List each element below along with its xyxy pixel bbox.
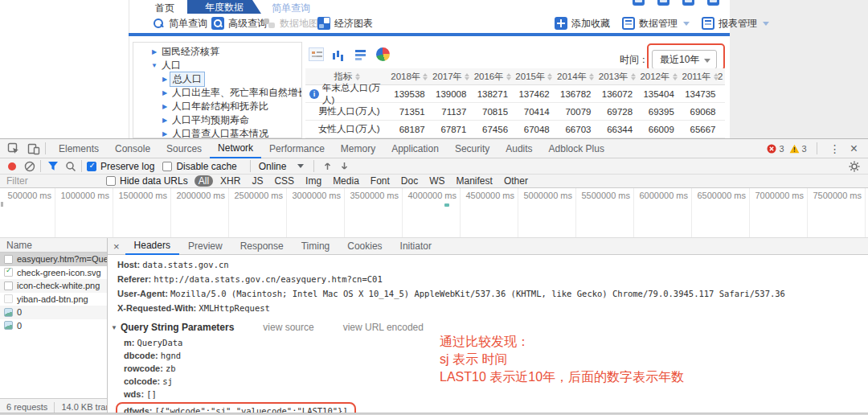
nav-tab-2[interactable]: 年度数据 [187,0,261,14]
preserve-log-checkbox[interactable] [87,162,96,171]
request-row[interactable]: icon-check-white.png [0,279,107,293]
filter-type-js[interactable]: JS [248,175,267,187]
request-row[interactable]: 0 [0,319,107,333]
share-icon[interactable] [707,0,719,6]
filter-type-ws[interactable]: WS [425,175,448,187]
toolbar-advanced-search-button[interactable]: 高级查询 [211,14,267,33]
network-overview-timeline[interactable]: 500000 ms1000000 ms1500000 ms2000000 ms2… [0,188,868,238]
column-header[interactable]: 2016年 [472,71,514,83]
disable-cache-checkbox[interactable] [162,162,172,171]
filter-type-css[interactable]: CSS [270,175,298,187]
import-har-icon[interactable] [322,161,333,171]
sidebar-item[interactable]: ▶人口普查人口基本情况 [133,127,301,138]
sidebar-item[interactable]: ▶人口年龄结构和抚养比 [133,100,301,113]
clear-icon[interactable] [24,161,35,172]
sidebar-item[interactable]: ▶国民经济核算 [133,45,301,59]
filter-input[interactable] [6,175,101,187]
time-range-dropdown[interactable]: 最近10年 [652,50,717,69]
devtools-tab-performance[interactable]: Performance [261,139,333,158]
filter-type-font[interactable]: Font [366,175,394,187]
sidebar-item[interactable]: ▶人口平均预期寿命 [133,113,301,127]
detail-tab-initiator[interactable]: Initiator [391,238,440,255]
filter-type-img[interactable]: Img [301,175,326,187]
table-row: i年末总人口(万人)139538139008138271137462136782… [305,85,725,103]
warning-badge[interactable]: 3 [789,144,807,154]
column-header[interactable]: 2011年 [680,71,722,83]
inspect-element-icon[interactable] [7,142,20,155]
toolbar-economic-chart-button[interactable]: 经济图表 [317,14,373,33]
sidebar-item[interactable]: ▶总人口 [133,72,301,86]
throttling-dropdown[interactable]: Online [259,161,305,172]
detail-tab-headers[interactable]: Headers [125,238,179,255]
toolbar-add-favorite-button[interactable]: 添加收藏 [555,14,610,33]
filter-type-manifest[interactable]: Manifest [452,175,497,187]
bar-chart-icon[interactable] [331,47,346,61]
search-icon[interactable] [65,161,76,172]
devtools-tab-network[interactable]: Network [210,139,261,158]
copy-icon[interactable] [657,0,669,6]
filter-icon[interactable] [47,161,59,171]
close-devtools-icon[interactable]: × [848,142,860,156]
column-header[interactable]: 2013年 [596,71,638,83]
devtools-tab-adblock-plus[interactable]: Adblock Plus [541,139,612,158]
settings-gear-icon[interactable] [849,161,860,175]
devtools-tab-application[interactable]: Application [383,139,447,158]
request-row[interactable]: 0 [0,306,107,319]
toolbar-search-button[interactable]: 简单查询 [153,14,207,33]
close-detail-icon[interactable]: × [108,240,125,253]
device-toolbar-icon[interactable] [27,142,40,155]
request-row[interactable]: easyquery.htm?m=Query... [0,253,107,266]
info-icon[interactable]: i [309,89,319,99]
filter-type-all[interactable]: All [194,175,213,187]
time-label: 时间： [620,53,649,67]
sidebar-item[interactable]: ▼人口 [133,59,301,72]
column-header[interactable]: 2015年 [514,71,555,83]
print-icon[interactable] [682,0,694,6]
filter-type-media[interactable]: Media [329,175,363,187]
value-cell: 65667 [680,125,722,134]
detail-tab-timing[interactable]: Timing [293,238,339,255]
devtools-tab-memory[interactable]: Memory [333,139,383,158]
devtools-tab-security[interactable]: Security [447,139,497,158]
query-string-title: Query String Parameters [121,322,234,333]
separator [313,160,314,172]
detail-tab-preview[interactable]: Preview [179,238,231,255]
column-header[interactable]: 2018年 [389,71,431,83]
request-row[interactable]: check-green-icon.svg [0,266,107,280]
filter-type-xhr[interactable]: XHR [216,175,244,187]
view-source-link[interactable]: view source [263,322,313,333]
timeline-tick-label: 3000000 ms [285,191,341,200]
triangle-down-icon[interactable]: ▼ [111,324,117,331]
devtools-tab-sources[interactable]: Sources [158,139,210,158]
toolbar-data-manage-button[interactable]: 数据管理 [622,14,690,33]
devtools-tab-console[interactable]: Console [107,139,158,158]
column-header[interactable]: 2014年 [555,71,597,83]
save-icon[interactable] [633,0,645,6]
export-har-icon[interactable] [339,161,350,171]
requests-name-header[interactable]: Name [0,238,107,253]
sidebar-item[interactable]: ▶人口出生率、死亡率和自然增长率 [133,86,301,100]
toolbar-item-label: 数据地图 [280,17,318,31]
error-badge[interactable]: 3 [767,144,784,154]
hbar-chart-icon[interactable] [354,47,369,61]
record-icon[interactable] [8,162,16,171]
filter-type-doc[interactable]: Doc [397,175,422,187]
view-url-encoded-link[interactable]: view URL encoded [343,322,424,333]
toolbar-report-manage-button[interactable]: 报表管理 [702,14,769,33]
detail-tab-cookies[interactable]: Cookies [338,238,391,255]
column-header[interactable]: 2017年 [431,71,473,83]
column-header[interactable]: 2012年 [638,71,680,83]
throttling-value: Online [259,161,287,172]
more-options-icon[interactable]: ⋮ [827,142,843,155]
header-line: Host: data.stats.gov.cn [108,257,868,272]
devtools-tab-elements[interactable]: Elements [51,139,107,158]
pie-chart-icon[interactable] [376,47,390,61]
table-view-icon[interactable] [309,47,324,61]
toolbar-data-map-button[interactable]: 数据地图 [263,14,318,33]
filter-type-other[interactable]: Other [500,175,532,187]
detail-tab-response[interactable]: Response [231,238,293,255]
column-header[interactable]: 指标 [305,71,389,83]
devtools-tab-audits[interactable]: Audits [497,139,540,158]
request-row[interactable]: yiban-add-btn.png [0,293,107,306]
hide-data-urls-checkbox[interactable] [106,176,116,186]
